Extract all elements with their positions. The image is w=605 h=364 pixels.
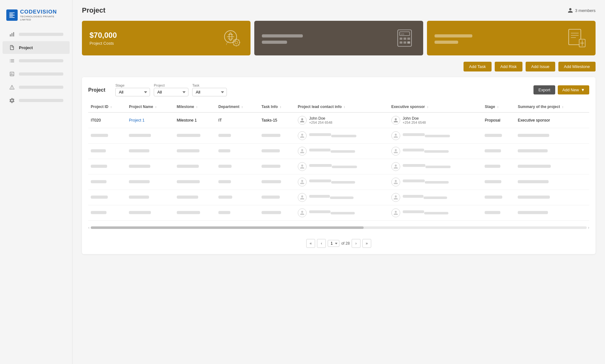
skeleton-avatar-4 (391, 147, 400, 156)
sidebar: CODEVISION TECHNOLOGIES PRIVATE LIMITED … (0, 0, 72, 364)
document-calc-icon (566, 27, 588, 49)
sidebar-item-list[interactable] (3, 54, 70, 67)
table-row (88, 205, 589, 221)
svg-rect-19 (407, 37, 410, 40)
skeleton-avatar-12 (391, 208, 400, 217)
col-project-id[interactable]: Project ID ↕ (88, 101, 126, 112)
skeleton-avatar (298, 131, 307, 140)
settings-label (19, 99, 63, 102)
skeleton-avatar-7 (298, 178, 307, 186)
scroll-left-arrow[interactable]: ‹ (88, 225, 89, 230)
skeleton-avatar-5 (298, 162, 307, 171)
stat-card-content-3 (435, 32, 472, 44)
lead-name: John Doe (309, 116, 332, 121)
col-project-lead[interactable]: Project lead contact info ↕ (295, 101, 389, 112)
col-milestone[interactable]: Milestone ↕ (174, 101, 216, 112)
add-issue-button[interactable]: Add Issue (526, 62, 555, 71)
stat-card-project-costs: $70,000 Project Costs (82, 21, 251, 55)
lead-phone: +254 254 6548 (309, 121, 332, 124)
project-icon (9, 44, 15, 51)
col-project-name[interactable]: Project Name ↕ (126, 101, 174, 112)
table-header-row: Project ID ↕ Project Name ↕ Milestone ↕ … (88, 101, 589, 112)
svg-rect-17 (400, 37, 402, 40)
filter-task-select[interactable]: All Tasks-15 Tasks-20 (192, 88, 227, 96)
stat-card-bar-2a (262, 34, 303, 37)
dashboard-label (19, 33, 63, 36)
next-page-button[interactable]: › (352, 239, 360, 248)
table-row (88, 128, 589, 144)
add-milestone-button[interactable]: Add Milestone (558, 62, 596, 71)
skeleton-avatar-3 (298, 147, 307, 156)
page-number-select[interactable]: 1 2 3 (328, 240, 339, 247)
sort-arrow-1: ↕ (110, 105, 112, 109)
sponsor-info: John Doe +254 254 6548 (403, 116, 426, 124)
members-icon (568, 8, 573, 13)
col-stage[interactable]: Stage ↕ (482, 101, 515, 112)
svg-rect-18 (403, 37, 406, 40)
export-button[interactable]: Export (533, 85, 556, 94)
project-label: Project (19, 45, 33, 50)
project-link[interactable]: Project 1 (129, 118, 144, 122)
filter-project-label: Project (154, 83, 188, 87)
page-title: Project (82, 6, 106, 14)
col-exec-sponsor[interactable]: Executive sponsor ↕ (389, 101, 482, 112)
sidebar-item-report[interactable] (3, 68, 70, 80)
filter-stage-select[interactable]: All Proposal Active Completed On Hold (115, 88, 150, 96)
svg-rect-1 (12, 33, 13, 37)
skeleton-avatar-11 (298, 208, 307, 217)
col-department[interactable]: Department ↕ (216, 101, 259, 112)
svg-rect-2 (13, 32, 14, 37)
add-task-button[interactable]: Add Task (464, 62, 492, 71)
svg-rect-20 (400, 42, 402, 44)
stat-card-bar-3b (435, 41, 458, 44)
cell-project-lead: John Doe +254 254 6548 (295, 112, 389, 128)
scroll-area: ‹ › (88, 224, 589, 231)
lead-contact-cell: John Doe +254 254 6548 (298, 116, 386, 125)
calculator-icon: 123 (394, 27, 416, 49)
main-content: Project 3 members $70,000 Project Costs (72, 0, 605, 364)
main-header: Project 3 members (82, 6, 596, 14)
col-task-info[interactable]: Task Info ↕ (259, 101, 295, 112)
prev-page-button[interactable]: ‹ (317, 239, 326, 248)
pagination: « ‹ 1 2 3 of 28 › » (88, 236, 589, 248)
horizontal-scrollbar[interactable] (91, 226, 587, 229)
logo-area: CODEVISION TECHNOLOGIES PRIVATE LIMITED (0, 3, 72, 27)
sidebar-item-settings[interactable] (3, 94, 70, 107)
settings-icon (9, 97, 15, 104)
add-risk-button[interactable]: Add Risk (495, 62, 522, 71)
stat-card-content-1: $70,000 Project Costs (89, 31, 117, 46)
table-header: Project Stage All Proposal Active Comple… (88, 83, 589, 96)
sort-arrow-7: ↕ (427, 105, 429, 109)
skeleton-avatar-8 (391, 178, 400, 186)
stat-card-content-2 (262, 32, 303, 44)
sort-arrow-3: ↕ (196, 105, 198, 109)
sort-arrow-4: ↕ (241, 105, 243, 109)
stat-card-3 (427, 21, 596, 55)
add-new-button[interactable]: Add New ▼ (558, 85, 589, 94)
logo-icon (6, 9, 18, 21)
filter-project-select[interactable]: All Project 1 Project 2 (154, 88, 188, 96)
last-page-button[interactable]: » (362, 239, 371, 248)
action-buttons: Add Task Add Risk Add Issue Add Mileston… (82, 62, 596, 71)
sort-arrow-2: ↕ (155, 105, 157, 109)
members-count: 3 members (575, 8, 596, 13)
cell-summary: Executive sponsor (515, 112, 589, 128)
cell-project-name[interactable]: Project 1 (126, 112, 174, 128)
skeleton-avatar-2 (391, 131, 400, 140)
sidebar-item-alert[interactable] (3, 81, 70, 94)
stat-card-bar-2b (262, 41, 287, 44)
members-info: 3 members (568, 8, 596, 13)
svg-rect-21 (403, 42, 406, 44)
scroll-right-arrow[interactable]: › (588, 225, 589, 230)
first-page-button[interactable]: « (306, 239, 315, 248)
col-summary[interactable]: Summary of the project ↕ (515, 101, 589, 112)
sponsor-name: John Doe (403, 116, 426, 121)
chart-bar-icon (9, 31, 15, 37)
alert-label (19, 86, 63, 89)
sidebar-item-project[interactable]: Project (3, 41, 70, 54)
cell-department: IT (216, 112, 259, 128)
cell-project-id: IT020 (88, 112, 126, 128)
filter-task-label: Task (192, 83, 227, 87)
sidebar-item-dashboard[interactable] (3, 28, 70, 41)
logo-text: CODEVISION (20, 9, 57, 15)
